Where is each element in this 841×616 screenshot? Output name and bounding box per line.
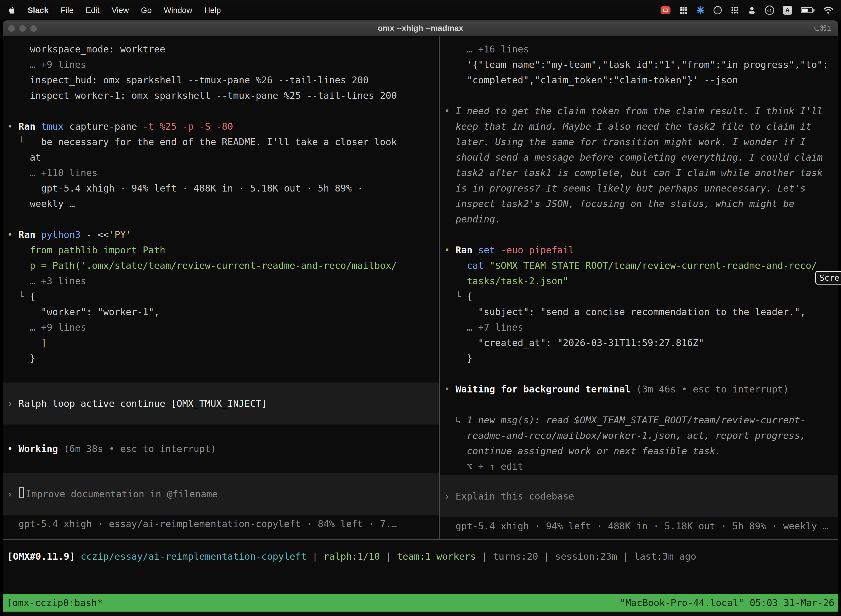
terminal-text: "$OMX_TEAM_STATE_ROOT/team/review-curren… [489,260,817,271]
terminal-line [3,103,439,119]
left-terminal-pane[interactable]: workspace_mode: worktree … +9 lines insp… [3,37,439,539]
terminal-text: … +7 lines [444,322,523,333]
terminal-line: is in progress? It seems likely but perh… [440,180,838,196]
terminal-text: └ [444,291,467,302]
terminal-text: • [7,229,19,240]
minimize-button[interactable] [19,25,26,32]
terminal-text: • [444,384,456,395]
wifi-icon[interactable] [823,6,833,14]
terminal-text: "subject": "send a concise recommendatio… [444,307,806,317]
terminal-text: … +9 lines [7,59,86,70]
terminal-text: ↳ [444,415,467,425]
suggested-prompt[interactable]: › Explain this codebase [440,475,838,517]
apple-menu[interactable] [8,6,17,15]
terminal-text: (6m 38s • esc to interrupt) [58,443,216,454]
terminal-line: } [440,351,838,366]
terminal-text: | [380,551,397,562]
terminal-line: at [3,150,439,165]
active-app-name[interactable]: Slack [28,6,48,15]
terminal-line: from pathlib import Path [3,242,439,258]
terminal-text: - << [81,229,109,240]
omx-hud-pane: [OMX#0.11.9] cczip/essay/ai-reimplementa… [3,549,838,564]
terminal-line: gpt-5.4 xhigh · 94% left · 488K in · 5.1… [3,180,439,196]
terminal-line: later. Using the same for transition mig… [440,134,838,150]
text-cursor [19,487,24,497]
screenshot-notification[interactable]: Scre [815,271,841,285]
terminal-text: Ran [19,229,41,240]
menu-edit[interactable]: Edit [86,6,100,15]
terminal-line: … +16 lines [440,41,838,57]
terminal-line: continue assigned work or next feasible … [440,443,838,459]
profile-icon[interactable] [748,6,756,14]
right-terminal-pane[interactable]: … +16 lines '{"team_name":"my-team","tas… [440,37,838,539]
battery-icon[interactable] [801,7,815,13]
terminal-text: inspect_worker-1: omx sparkshell --tmux-… [7,90,397,101]
terminal-line: • Waiting for background terminal (3m 46… [440,381,838,397]
menu-window[interactable]: Window [164,6,192,15]
window-title: omx --xhigh --madmax [378,24,463,33]
terminal-text: continue assigned work or next feasible … [444,446,721,456]
terminal-line: task2 after task1 is complete, but can I… [440,165,838,180]
terminal-text: Explain this codebase [456,491,574,502]
menu-view[interactable]: View [112,6,129,15]
terminal-text: readme-and-reco/mailbox/worker-1.json, a… [444,430,806,441]
macos-menu-bar: Slack FileEditViewGoWindowHelp [0,0,841,21]
close-button[interactable] [8,25,15,32]
terminal-text: session:23m [555,551,617,562]
terminal-text: | [476,551,493,562]
terminal-text: { [467,291,472,302]
terminal-line [3,366,439,381]
circle-app-icon[interactable] [714,6,722,14]
blue-asterisk-icon[interactable] [696,6,705,14]
terminal-line: … +9 lines [3,320,439,335]
terminal-text: | [538,551,555,562]
terminal-text: … +16 lines [444,44,529,55]
terminal-text: capture-pane [64,121,143,132]
terminal-line: "subject": "send a concise recommendatio… [440,304,838,320]
terminal-line [3,456,439,472]
terminal-text: › [7,398,19,409]
terminal-text: gpt-5.4 xhigh · 94% left · 488K in · 5.1… [7,183,363,194]
zoom-button[interactable] [30,25,37,32]
gauge-61-icon[interactable]: 61 [765,6,774,15]
window-title-bar[interactable]: omx --xhigh --madmax ⌥⌘1 [3,21,838,37]
terminal-window: omx --xhigh --madmax ⌥⌘1 workspace_mode:… [3,21,838,616]
terminal-line: gpt-5.4 xhigh · 94% left · 488K in · 5.1… [440,518,838,534]
terminal-line: gpt-5.4 xhigh · essay/ai-reimplementatio… [3,516,439,532]
terminal-text: be necessary for the end of the README. … [30,136,397,147]
composer-input[interactable]: › Improve documentation in @filename [3,473,439,515]
grid-icon[interactable] [679,6,687,14]
terminal-text: Waiting for background terminal [456,384,631,395]
dots-grid-icon[interactable] [731,6,739,14]
terminal-text: "completed","claim_token":"claim-token"}… [444,75,738,85]
input-source-icon[interactable]: A [783,6,792,15]
screen: { "colors": { "tmux_bar": "#4CAF50", "ac… [0,0,841,616]
terminal-line: └ { [440,289,838,304]
terminal-text: I need to get the claim token from the c… [456,106,823,116]
terminal-line: keep that in mind. Maybe I also need the… [440,119,838,134]
battery-body [801,7,813,13]
terminal-line [440,227,838,242]
terminal-text: keep that in mind. Maybe I also need the… [444,121,812,132]
menu-file[interactable]: File [61,6,74,15]
terminal-line: • I need to get the claim token from the… [440,103,838,119]
terminal-text: tmux [41,121,64,132]
pane-divider-horizontal[interactable] [3,539,838,540]
terminal-text: tasks/task-2.json" [444,276,568,286]
terminal-line: "completed","claim_token":"claim-token"}… [440,72,838,88]
terminal-text: } [7,353,35,364]
screen-recording-icon[interactable] [661,6,671,14]
terminal-text: task2 after task1 is complete, but can I… [444,167,822,178]
terminal-text: ] [7,337,47,348]
terminal-text: cat [444,260,489,271]
tmux-host-clock-label: "MacBook-Pro-44.local" 05:03 31-Mar-26 [620,595,834,610]
battery-nub [813,9,815,12]
ralph-loop-banner[interactable]: › Ralph loop active continue [OMX_TMUX_I… [3,383,439,424]
terminal-text: › [7,488,19,500]
terminal-line: pending. [440,211,838,227]
terminal-text: "created_at": "2026-03-31T11:59:27.816Z" [444,337,704,348]
terminal-line [3,425,439,441]
terminal-text: Working [19,443,58,454]
menu-help[interactable]: Help [204,6,221,15]
menu-go[interactable]: Go [141,6,152,15]
